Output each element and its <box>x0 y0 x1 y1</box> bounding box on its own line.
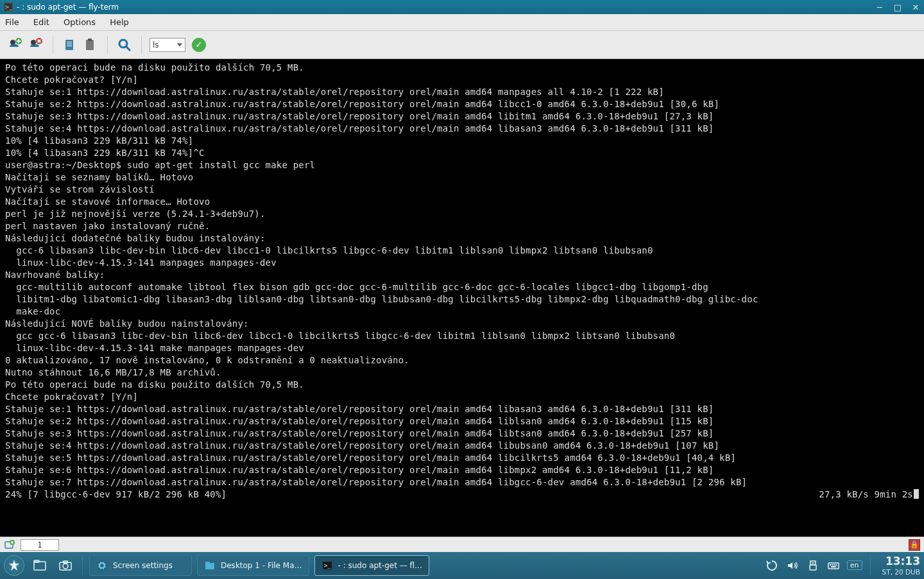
menu-edit[interactable]: Edit <box>33 17 49 27</box>
terminal-line: Načítají se stavové informace… Hotovo <box>5 196 919 208</box>
svg-rect-21 <box>205 563 214 569</box>
usb-icon[interactable] <box>806 558 820 573</box>
clock-time: 13:13 <box>882 555 920 568</box>
terminal-line: perl je již nejnovější verze (5.24.1-3+d… <box>5 208 919 220</box>
search-button[interactable] <box>116 36 133 54</box>
terminal-cursor <box>914 489 919 499</box>
toolbar-separator <box>107 36 108 54</box>
terminal-line: linux-libc-dev-4.15.3-141 make manpages … <box>5 342 919 354</box>
gear-icon <box>96 560 108 571</box>
clock[interactable]: 13:13 ST, 20 DUB <box>878 555 920 576</box>
chevron-down-icon <box>177 43 182 46</box>
taskbar: Screen settings Desktop 1 - File Ma… >_ … <box>0 552 924 579</box>
svg-marker-13 <box>9 560 19 571</box>
menu-options[interactable]: Options <box>64 17 96 27</box>
svg-rect-25 <box>810 561 816 565</box>
svg-rect-22 <box>205 562 210 564</box>
close-button[interactable]: ✕ <box>911 3 920 12</box>
terminal-line: Nutno stáhnout 16,6 MB/17,8 MB archivů. <box>5 367 919 379</box>
terminal-output[interactable]: Po této operaci bude na disku použito da… <box>0 59 924 537</box>
task-screen-settings-label: Screen settings <box>113 561 173 570</box>
terminal-line: Stahuje se:3 https://download.astralinux… <box>5 428 919 440</box>
new-tab-button[interactable] <box>4 539 15 551</box>
tab-number[interactable]: 1 <box>21 539 59 551</box>
start-menu-button[interactable] <box>4 555 24 576</box>
keyboard-layout[interactable]: en <box>847 560 862 570</box>
terminal-line: Stahuje se:6 https://download.astralinux… <box>5 464 919 476</box>
svg-rect-14 <box>34 562 46 570</box>
window-titlebar: >_ - : sudo apt-get — fly-term ─ □ ✕ <box>0 0 924 14</box>
svg-rect-34 <box>831 566 836 567</box>
keyboard-icon[interactable] <box>826 558 841 573</box>
run-button[interactable]: ✓ <box>192 38 206 52</box>
menu-file[interactable]: File <box>5 17 19 27</box>
terminal-line: Načítají se seznamy balíků… Hotovo <box>5 171 919 184</box>
file-manager-launcher[interactable] <box>30 555 50 576</box>
minimize-button[interactable]: ─ <box>875 3 884 12</box>
svg-text:>_: >_ <box>324 562 331 569</box>
toolbar-separator <box>53 36 53 54</box>
task-terminal-label: - : sudo apt-get — fl… <box>338 561 423 570</box>
maximize-button[interactable]: □ <box>893 3 902 12</box>
svg-point-10 <box>119 40 127 48</box>
window-title: - : sudo apt-get — fly-term <box>17 3 875 12</box>
terminal-line: Po této operaci bude na disku použito da… <box>5 62 919 74</box>
svg-point-1 <box>15 38 22 44</box>
command-combo[interactable]: ls <box>150 38 185 52</box>
terminal-line: Stahuje se:1 https://download.astralinux… <box>5 86 919 98</box>
svg-rect-7 <box>67 46 72 46</box>
command-combo-value: ls <box>153 40 159 49</box>
terminal-line: Stahuje se:5 https://download.astralinux… <box>5 452 919 464</box>
terminal-line: 0 aktualizováno, 17 nově instalováno, 0 … <box>5 354 919 367</box>
terminal-line: gcc-6 libasan3 libc-dev-bin libc6-dev li… <box>5 245 919 257</box>
svg-rect-6 <box>67 44 72 44</box>
task-screen-settings[interactable]: Screen settings <box>89 555 192 576</box>
terminal-line: make-doc <box>5 306 919 318</box>
terminal-line: perl nastaven jako instalovaný ručně. <box>5 220 919 232</box>
terminal-line: linux-libc-dev-4.15.3-141 manpages manpa… <box>5 257 919 269</box>
svg-rect-8 <box>86 40 94 50</box>
terminal-title-icon: >_ <box>4 3 13 12</box>
terminal-line: Vytváří se strom závislostí <box>5 184 919 196</box>
task-terminal[interactable]: >_ - : sudo apt-get — fl… <box>314 555 430 576</box>
volume-icon[interactable] <box>785 558 800 573</box>
terminal-line: Navrhované balíky: <box>5 269 919 281</box>
terminal-line: Stahuje se:4 https://download.astralinux… <box>5 123 919 135</box>
svg-point-3 <box>36 38 42 44</box>
terminal-line: Následující NOVÉ balíky budou nainstalov… <box>5 318 919 330</box>
security-level-icon[interactable]: 🔒 <box>909 539 920 551</box>
terminal-line: Stahuje se:2 https://download.astralinux… <box>5 98 919 110</box>
terminal-progress-line: 24% [7 libgcc-6-dev 917 kB/2 296 kB 40%]… <box>5 488 919 501</box>
svg-point-20 <box>101 564 104 567</box>
terminal-line: Chcete pokračovat? [Y/n] <box>5 74 919 86</box>
terminal-line: Stahuje se:7 https://download.astralinux… <box>5 476 919 488</box>
terminal-icon: >_ <box>321 560 333 571</box>
svg-rect-32 <box>834 564 835 566</box>
svg-rect-31 <box>832 564 833 566</box>
svg-rect-30 <box>830 564 831 566</box>
menu-help[interactable]: Help <box>110 17 129 27</box>
svg-rect-4 <box>65 40 73 50</box>
terminal-line: Stahuje se:2 https://download.astralinux… <box>5 415 919 428</box>
svg-rect-29 <box>828 563 839 569</box>
task-file-manager[interactable]: Desktop 1 - File Ma… <box>197 555 309 576</box>
svg-point-17 <box>63 564 68 569</box>
terminal-line: libitm1-dbg libatomic1-dbg libasan3-dbg … <box>5 293 919 306</box>
close-session-button[interactable] <box>27 36 45 54</box>
svg-point-2 <box>31 40 36 45</box>
terminal-line: Po této operaci bude na disku použito da… <box>5 379 919 391</box>
folder-icon <box>204 560 216 571</box>
camera-launcher[interactable] <box>55 555 76 576</box>
update-icon[interactable] <box>765 558 779 573</box>
terminal-line: user@astra:~/Desktop$ sudo apt-get insta… <box>5 159 919 171</box>
toolbar: ls ✓ <box>0 31 924 59</box>
paste-button[interactable] <box>81 36 99 54</box>
taskbar-separator <box>82 556 83 575</box>
terminal-line: 10% [4 libasan3 229 kB/311 kB 74%]^C <box>5 147 919 159</box>
copy-button[interactable] <box>61 36 79 54</box>
task-file-manager-label: Desktop 1 - File Ma… <box>221 561 302 570</box>
svg-rect-27 <box>812 562 813 564</box>
terminal-line: gcc-multilib autoconf automake libtool f… <box>5 281 919 293</box>
terminal-line: Stahuje se:3 https://download.astralinux… <box>5 110 919 123</box>
new-session-button[interactable] <box>6 36 24 54</box>
